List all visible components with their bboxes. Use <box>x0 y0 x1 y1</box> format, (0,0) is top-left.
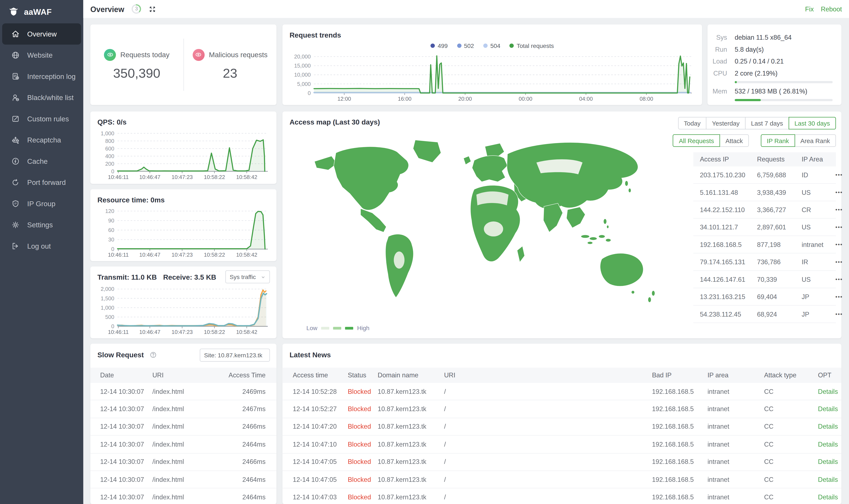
latest-news-row: 12-14 10:47:10Blocked10.87.kern123.tk/19… <box>282 436 841 453</box>
legend-item-499[interactable]: 499 <box>431 42 448 49</box>
sidebar-item-custom-rules[interactable]: Custom rules <box>2 108 81 129</box>
news-attack-type: CC <box>764 388 818 395</box>
sidebar-item-port-forward[interactable]: Port forward <box>2 172 81 193</box>
news-status: Blocked <box>348 458 378 466</box>
news-time: 12-14 10:47:05 <box>293 476 348 483</box>
malicious-requests-stat: Malicious requests 23 <box>184 49 277 81</box>
legend-dot <box>431 43 435 48</box>
column-header-requests: Requests <box>757 156 801 163</box>
slow-uri: /index.html <box>153 405 218 413</box>
help-icon[interactable] <box>149 352 157 358</box>
details-link[interactable]: Details <box>818 423 838 430</box>
row-menu-icon[interactable]: ••• <box>835 224 843 230</box>
news-domain: 10.87.kern123.tk <box>377 440 444 448</box>
svg-text:IP: IP <box>14 202 17 205</box>
news-status: Blocked <box>348 423 378 430</box>
legend-item-502[interactable]: 502 <box>457 42 474 49</box>
ip-area: US <box>802 223 835 231</box>
system-info-rows: Sysdebian 11.5 x86_64Run5.8 day(s)Load0.… <box>707 24 842 101</box>
fix-link[interactable]: Fix <box>805 5 814 13</box>
rank-tab-area-rank[interactable]: Area Rank <box>794 134 836 147</box>
range-tab-last-7-days[interactable]: Last 7 days <box>745 117 789 129</box>
slow-request-title: Slow Request <box>98 351 157 359</box>
ip-area: ID <box>802 171 835 179</box>
access-ip: 144.22.152.110 <box>700 206 757 213</box>
row-menu-icon[interactable]: ••• <box>835 294 843 300</box>
details-link[interactable]: Details <box>818 493 838 501</box>
latest-news-header: Access timeStatusDomain nameURIBad IPIP … <box>282 368 841 383</box>
legend-label: Total requests <box>517 42 554 49</box>
refresh-countdown-badge[interactable]: 3 <box>131 4 142 14</box>
sys-value: 5.8 day(s) <box>735 43 764 55</box>
details-link[interactable]: Details <box>818 405 838 413</box>
column-header-ip-area: IP Area <box>802 156 835 163</box>
row-menu-icon[interactable]: ••• <box>835 311 843 317</box>
news-attack-type: CC <box>764 405 818 413</box>
fullscreen-icon[interactable] <box>149 5 156 13</box>
latest-news-row: 12-14 10:52:27Blocked10.87.kern123.tk/19… <box>282 400 841 418</box>
news-attack-type: CC <box>764 493 818 501</box>
news-ip-area: intranet <box>707 476 764 483</box>
sidebar-item-recaptcha[interactable]: Recaptcha <box>2 129 81 150</box>
svg-text:10:47:23: 10:47:23 <box>172 329 193 335</box>
qps-chart: 02004006008001,00010:46:1110:46:4710:47:… <box>94 128 272 181</box>
legend-swatch-mid <box>333 326 341 329</box>
news-bad-ip: 192.168.168.5 <box>652 388 707 395</box>
legend-item-504[interactable]: 504 <box>483 42 500 49</box>
details-link[interactable]: Details <box>818 458 838 466</box>
ip-table-row: 144.126.147.6170,339US••• <box>693 271 836 288</box>
access-ip: 192.168.168.5 <box>700 240 757 248</box>
svg-text:10:46:47: 10:46:47 <box>139 174 160 180</box>
sidebar-item-interception-log[interactable]: Interception log <box>2 66 81 87</box>
ip-table-row: 79.174.165.131736,786IR••• <box>693 253 836 271</box>
row-menu-icon[interactable]: ••• <box>835 276 843 282</box>
sidebar-item-black-white-list[interactable]: Black/white list <box>2 87 81 108</box>
sidebar-item-label: IP Group <box>27 200 55 208</box>
scope-tab-attack[interactable]: Attack <box>720 134 749 147</box>
chevron-down-icon <box>261 274 265 279</box>
svg-text:15,000: 15,000 <box>294 63 311 69</box>
news-time: 12-14 10:47:05 <box>293 458 348 466</box>
map-density-legend: Low High <box>306 325 369 331</box>
svg-text:1,000: 1,000 <box>101 305 114 311</box>
site-select[interactable]: Site: 10.87.kern123.tk <box>200 349 270 362</box>
range-tab-today[interactable]: Today <box>678 117 707 129</box>
sidebar-item-cache[interactable]: Cache <box>2 151 81 172</box>
row-menu-icon[interactable]: ••• <box>835 189 843 195</box>
row-menu-icon[interactable]: ••• <box>835 206 843 213</box>
sidebar-item-label: Overview <box>27 30 57 38</box>
svg-text:10:46:11: 10:46:11 <box>108 329 129 335</box>
slow-request-rows: 12-14 10:30:07/index.html2469ms12-14 10:… <box>90 383 277 504</box>
log-icon <box>11 72 20 81</box>
access-map-title: Access map (Last 30 days) <box>289 118 380 126</box>
details-link[interactable]: Details <box>818 440 838 448</box>
range-tab-last-30-days[interactable]: Last 30 days <box>789 117 836 129</box>
slow-access-time: 2464ms <box>218 476 266 483</box>
svg-text:10,000: 10,000 <box>294 72 311 78</box>
sidebar-item-overview[interactable]: Overview <box>2 23 81 44</box>
resource-time-chart: 030609012010:46:1110:46:4710:47:2310:58:… <box>94 205 272 259</box>
legend-high-label: High <box>357 325 369 331</box>
sidebar-item-log-out[interactable]: Log out <box>2 236 81 257</box>
row-menu-icon[interactable]: ••• <box>835 172 843 178</box>
legend-item-total-requests[interactable]: Total requests <box>510 42 554 49</box>
requests-eye-icon <box>104 49 116 61</box>
transmit-label: Transmit: 11.0 KB <box>98 273 157 281</box>
slow-request-card: Slow Request Site: 10.87.kern123.tk Date… <box>90 344 277 504</box>
sys-label: CPU <box>707 68 727 79</box>
slow-request-row: 12-14 10:30:07/index.html2466ms <box>90 418 277 436</box>
details-link[interactable]: Details <box>818 388 838 395</box>
sidebar-item-settings[interactable]: Settings <box>2 214 81 235</box>
ip-table-row: 144.22.152.1103,366,727CR••• <box>693 201 836 218</box>
row-menu-icon[interactable]: ••• <box>835 259 843 265</box>
details-link[interactable]: Details <box>818 476 838 483</box>
scope-tab-all-requests[interactable]: All Requests <box>673 134 720 147</box>
request-trends-title: Request trends <box>289 31 341 39</box>
range-tab-yesterday[interactable]: Yesterday <box>706 117 745 129</box>
sidebar-item-website[interactable]: Website <box>2 44 81 66</box>
traffic-type-select[interactable]: Sys traffic <box>225 270 270 284</box>
sidebar-item-ip-group[interactable]: IPIP Group <box>2 193 81 214</box>
reboot-link[interactable]: Reboot <box>821 5 842 13</box>
rank-tab-ip-rank[interactable]: IP Rank <box>761 134 795 147</box>
row-menu-icon[interactable]: ••• <box>835 241 843 247</box>
